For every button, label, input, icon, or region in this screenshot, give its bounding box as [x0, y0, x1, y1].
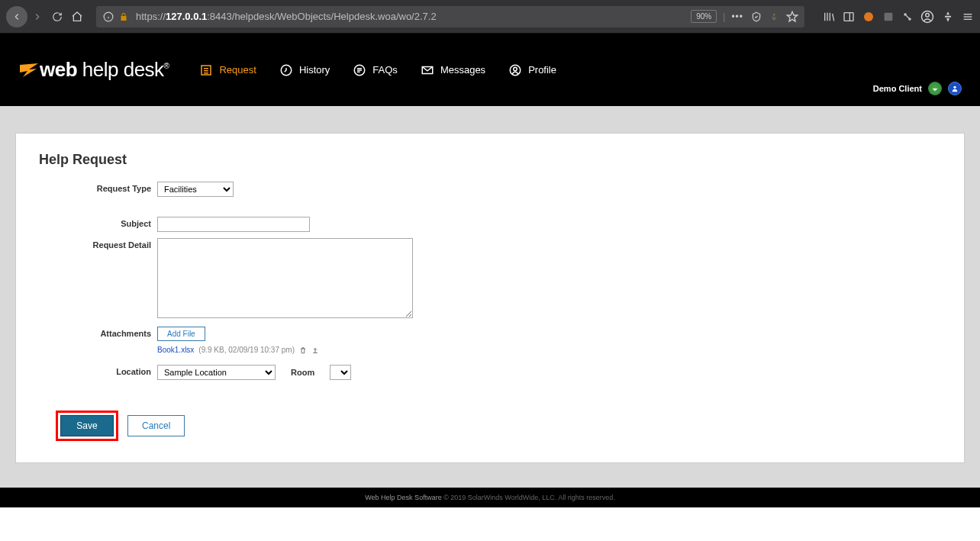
url-text: https://127.0.0.1:8443/helpdesk/WebObjec… — [136, 11, 685, 22]
more-icon[interactable]: ••• — [731, 11, 743, 22]
java-icon[interactable] — [769, 11, 779, 22]
clock-icon — [279, 63, 293, 77]
add-file-button[interactable]: Add File — [157, 327, 205, 341]
user-name: Demo Client — [873, 84, 922, 93]
room-label: Room — [291, 368, 314, 377]
save-highlight: Save — [56, 411, 118, 441]
save-button[interactable]: Save — [60, 415, 114, 436]
nav-profile[interactable]: Profile — [508, 63, 556, 77]
svg-rect-10 — [885, 12, 893, 21]
nav-history[interactable]: History — [279, 63, 330, 77]
zoom-indicator[interactable]: 90% — [691, 10, 717, 23]
logo-icon — [18, 62, 40, 79]
user-avatar-icon[interactable] — [948, 82, 962, 95]
attachment-filename[interactable]: Book1.xlsx — [157, 346, 194, 354]
request-detail-textarea[interactable] — [157, 238, 413, 318]
extension-icon-3[interactable] — [902, 11, 913, 22]
nav-request[interactable]: Request — [199, 63, 256, 77]
room-select[interactable] — [330, 365, 351, 380]
main-nav: Request History FAQs Messages Profile — [199, 63, 556, 77]
user-info: Demo Client — [873, 82, 962, 95]
status-badge[interactable] — [928, 82, 942, 95]
bookmark-icon[interactable] — [786, 11, 798, 23]
footer-link[interactable]: Web Help Desk Software — [365, 494, 441, 501]
library-icon[interactable] — [823, 11, 835, 23]
extension-icon-1[interactable] — [862, 11, 875, 23]
svg-line-6 — [833, 14, 834, 21]
lock-warning-icon[interactable] — [118, 11, 130, 23]
mail-icon — [421, 63, 434, 77]
subject-label: Subject — [39, 217, 157, 228]
list-icon — [199, 63, 213, 77]
nav-messages[interactable]: Messages — [421, 63, 485, 77]
logo-text: web help desk® — [40, 58, 169, 82]
request-type-select[interactable]: Facilities — [157, 182, 234, 197]
protection-icon[interactable] — [751, 11, 762, 22]
profile-icon — [508, 63, 522, 77]
delete-attachment-icon[interactable] — [299, 346, 307, 354]
nav-faqs[interactable]: FAQs — [353, 63, 398, 77]
download-attachment-icon[interactable] — [311, 346, 319, 354]
footer: Web Help Desk Software © 2019 SolarWinds… — [0, 488, 980, 507]
request-type-label: Request Type — [39, 182, 157, 193]
back-button[interactable] — [6, 6, 27, 27]
sidebar-icon[interactable] — [843, 11, 855, 23]
forward-button[interactable] — [27, 7, 47, 27]
svg-point-9 — [864, 12, 873, 21]
svg-rect-7 — [844, 12, 853, 21]
logo[interactable]: web help desk® — [18, 58, 169, 82]
extension-icon-2[interactable] — [882, 11, 895, 23]
subject-input[interactable] — [157, 217, 310, 232]
home-button[interactable] — [67, 7, 87, 27]
cancel-button[interactable]: Cancel — [127, 415, 185, 436]
svg-point-31 — [953, 86, 956, 89]
address-bar[interactable]: https://127.0.0.1:8443/helpdesk/WebObjec… — [96, 6, 804, 27]
svg-point-30 — [514, 67, 517, 71]
location-label: Location — [39, 365, 157, 376]
help-request-panel: Help Request Request Type Facilities Sub… — [15, 133, 965, 463]
account-icon[interactable] — [920, 10, 934, 24]
reload-button[interactable] — [47, 7, 67, 27]
app-header: web help desk® Request History FAQs Mess… — [0, 34, 980, 106]
page-body: Help Request Request Type Facilities Sub… — [0, 106, 980, 488]
svg-line-13 — [906, 15, 909, 18]
menu-icon[interactable] — [962, 11, 974, 23]
location-select[interactable]: Sample Location — [157, 365, 276, 380]
svg-point-15 — [926, 13, 930, 17]
page-title: Help Request — [39, 152, 941, 168]
request-detail-label: Request Detail — [39, 238, 157, 250]
faq-icon — [353, 63, 366, 77]
browser-toolbar: https://127.0.0.1:8443/helpdesk/WebObjec… — [0, 0, 980, 34]
customize-icon[interactable] — [942, 11, 954, 23]
attachments-label: Attachments — [39, 327, 157, 338]
site-info-icon[interactable] — [102, 11, 114, 23]
attachment-meta: (9.9 KB, 02/09/19 10:37 pm) — [198, 346, 295, 354]
